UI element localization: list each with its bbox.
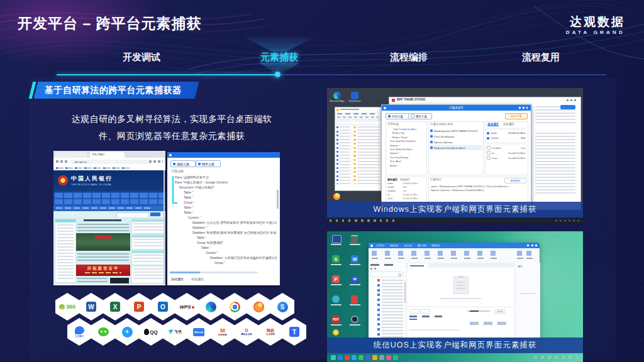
icon-label (331, 244, 341, 246)
banner-subtext (85, 272, 121, 273)
video-thumb (110, 278, 129, 283)
photo-banner (95, 236, 111, 239)
bottom-props-tab1: 基础属性 (387, 178, 397, 181)
explorer-window (335, 107, 385, 191)
zoom-slider-track (467, 310, 490, 312)
tree-highlight-notch (172, 202, 177, 204)
progress-line-lit (57, 74, 278, 75)
dialog-web-chip: 网页元素 (408, 113, 432, 119)
wps-2019-icon: W (351, 275, 358, 283)
component-scrollbar (404, 282, 406, 303)
component-search-input (370, 272, 403, 277)
dialog-tree-panel: 可视化树 Edit 'DoubleTextBox' Button 'Up' Bu… (386, 121, 427, 175)
article-lines2 (77, 253, 129, 263)
component-panel (369, 263, 407, 338)
wpf-window-controls (567, 99, 577, 101)
section-badge: 基于自研算法的跨平台元素捕获器 (36, 82, 197, 99)
dialog-tree: Edit 'DoubleTextBox' Button 'Up' Button … (387, 128, 425, 173)
uos-caption: 统信UOS上实现客户端和网页界面元素捕获 (327, 337, 583, 353)
collapse-all-button (420, 309, 430, 314)
tree-panel-label: 可视化树 (171, 169, 184, 173)
h-scroll-thumb (170, 272, 200, 273)
tab-element-capture[interactable]: 元素捕获 (242, 52, 317, 63)
icon-label (350, 324, 360, 326)
dock-icon (393, 355, 398, 360)
uos-titlebar: 文件(F) 编辑(E) 运行(R) 窗口(W) 帮助(H) (369, 243, 540, 248)
path-panel-label: 元素生成路径选择 (430, 123, 482, 126)
toolbar-right-labels (517, 258, 535, 259)
notice-box3-header (132, 251, 165, 253)
toolbar-icons (372, 251, 504, 256)
windows-caption: Windows上实现客户端和网页界面元素捕获 (327, 202, 583, 217)
tab-flow-reuse[interactable]: 流程复用 (503, 52, 579, 63)
tree-item: Group '' (170, 260, 277, 265)
bottom-prop-val: 'DoubleTextBox' (402, 197, 425, 200)
panel-scrollbar (277, 190, 279, 209)
property-panel-label: 属性 (518, 265, 523, 268)
dialog-bottom-props: 基础属性 校验属性 name 'DoubleTextBox' control '… (386, 177, 427, 204)
edge-desktop-label: Microsoft Edge (328, 100, 346, 102)
zoom-slider-fill (470, 310, 479, 312)
h-scroll-track (170, 272, 258, 273)
icon-label (350, 284, 360, 286)
menu-run: 运行(R) (404, 244, 413, 247)
flow-canvas: 100% (407, 263, 514, 338)
capture-chip-label: 捕获元素 (177, 162, 189, 166)
log-action-buttons (470, 322, 510, 325)
component-item-icon-first (377, 279, 380, 282)
browser-scrollbar (164, 170, 165, 284)
windows-taskbar (327, 217, 583, 223)
path-value: xpath > Window[name='WPF THEME STUDIO'] … (431, 185, 525, 201)
bottom-prop-key: class (387, 197, 392, 200)
trash-icon (351, 235, 358, 244)
dialog-titlebar: 元素选择器 (382, 105, 531, 111)
web-chip-label: 网页元素 (202, 162, 214, 166)
browser-tab (55, 152, 87, 158)
dialog-path-box: 元素路径 复制路径 xpath > Window[name='WPF THEME… (428, 177, 528, 204)
taskbar-icons (330, 219, 399, 222)
page-title: 开发平台 – 跨平台元素捕获 (18, 14, 202, 33)
path-title: 元素路径 (430, 178, 441, 181)
check-row: Pane.ScrollViewer (430, 134, 482, 139)
red-doc-icon (351, 295, 358, 304)
element-picker-dialog: 元素选择器 捕获元素 网页元素 验证元素 可视化树 Edit 'DoubleTe… (381, 104, 531, 207)
tree-labels (340, 126, 350, 184)
tree-item: DataItem '公示公告 货币政策操作 货币政策操作栏目 中国人民银行公告信… (170, 220, 277, 225)
wpf-right-text2 (535, 133, 575, 195)
description-text: 达观自研的多叉树寻径算法，实现多平台桌面端软 件、网页浏览器等任意复杂元素捕获 (63, 111, 280, 145)
uos-dock (327, 353, 583, 362)
description-line1: 达观自研的多叉树寻径算法，实现多平台桌面端软 (63, 111, 280, 128)
verify-tab: 校验属性 (191, 277, 204, 281)
clipboard-lines (457, 282, 465, 289)
bottom-prop-val: 'DoubleTextBox' (402, 182, 425, 185)
menu-window: 窗口(W) (418, 244, 426, 247)
component-item-labels (382, 280, 403, 337)
notice-box1 (131, 219, 165, 234)
pboc-header: 中国人民银行 THE PEOPLE'S BANK OF CHINA (53, 170, 165, 192)
explorer-file-list (353, 125, 382, 187)
dialog-title: 元素选择器 (382, 106, 531, 109)
bottom-prop-key: enabled (387, 190, 395, 192)
nav-row2 (55, 199, 164, 204)
wps-show-icon: P (332, 275, 340, 283)
notice-box2-header (132, 235, 165, 238)
tree-item: Table '' (170, 195, 277, 200)
canvas-tab-active (408, 263, 428, 268)
props-section-bar2 (487, 142, 526, 145)
notice-box4-text (133, 268, 163, 281)
pboc-nav (53, 192, 165, 206)
notice-box3-text (133, 255, 163, 263)
tree-item: Button '' (387, 164, 425, 168)
tree-icons (336, 126, 338, 184)
toolbar-icons (149, 160, 163, 163)
headline-bar (84, 219, 121, 221)
tab-flow-orchestration[interactable]: 流程编排 (371, 52, 447, 63)
notice-box3 (131, 250, 165, 265)
dock-icon (379, 355, 384, 360)
site-search-button (150, 212, 160, 216)
verify-element-button: 验证元素 (505, 113, 528, 119)
explorer-tree-panel (335, 125, 352, 187)
dock-icon (358, 355, 364, 360)
wps-cloud-icon (332, 295, 340, 303)
tab-dev-debug[interactable]: 开发调试 (104, 52, 179, 63)
